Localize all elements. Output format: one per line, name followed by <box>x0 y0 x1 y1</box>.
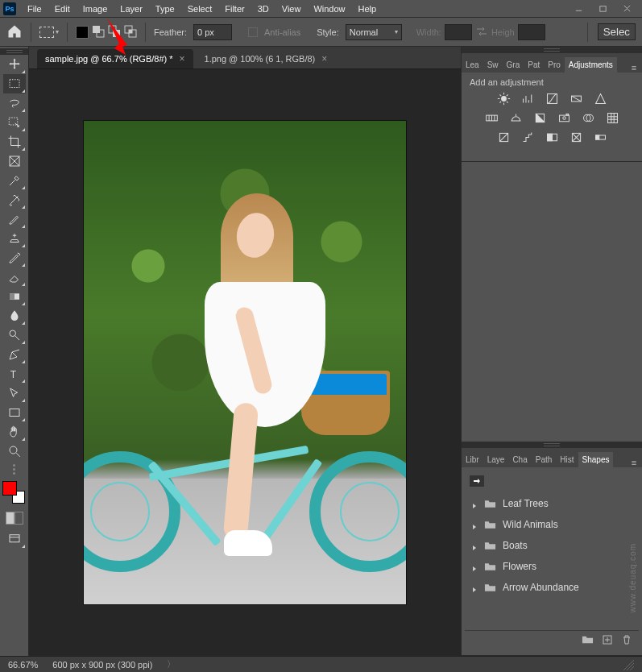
shape-folder[interactable]: Arrow Abundance <box>465 577 639 598</box>
threshold-icon[interactable] <box>545 131 559 146</box>
rectangle-tool[interactable] <box>3 403 26 422</box>
curves-icon[interactable] <box>545 92 559 107</box>
panel-tab[interactable]: Sw <box>483 57 503 73</box>
window-maximize[interactable] <box>590 2 615 15</box>
type-tool[interactable]: T <box>3 364 26 384</box>
hue-sat-icon[interactable] <box>485 111 499 127</box>
lasso-tool[interactable] <box>3 93 26 113</box>
eraser-tool[interactable] <box>3 268 26 287</box>
document-tab[interactable]: sample.jpg @ 66.7% (RGB/8#) * × <box>37 49 193 68</box>
new-selection-icon[interactable] <box>76 26 89 39</box>
menu-select[interactable]: Select <box>181 2 219 15</box>
panel-tab[interactable]: Laye <box>483 452 509 467</box>
exposure-icon[interactable] <box>570 92 583 107</box>
healing-brush-tool[interactable] <box>3 190 26 209</box>
hand-tool[interactable] <box>3 422 26 442</box>
close-tab-icon[interactable]: × <box>180 53 185 64</box>
menu-window[interactable]: Window <box>307 2 351 15</box>
frame-tool[interactable] <box>3 151 26 171</box>
panel-tab[interactable]: Cha <box>508 452 531 467</box>
black-white-icon[interactable] <box>533 111 547 127</box>
menu-3d[interactable]: 3D <box>251 2 275 15</box>
antialias-checkbox <box>248 27 258 37</box>
width-input <box>445 24 472 40</box>
screen-mode[interactable] <box>3 529 26 549</box>
panel-tab[interactable]: Gra <box>503 57 524 73</box>
shape-folder[interactable]: Flowers <box>465 556 639 577</box>
menu-layer[interactable]: Layer <box>114 2 149 15</box>
eyedropper-tool[interactable] <box>3 171 26 190</box>
marquee-tool[interactable] <box>3 74 26 93</box>
width-label: Width: <box>416 27 441 37</box>
color-swatches[interactable] <box>2 481 27 505</box>
clone-stamp-tool[interactable] <box>3 229 26 248</box>
menu-type[interactable]: Type <box>149 2 181 15</box>
color-lookup-icon[interactable] <box>606 111 619 127</box>
levels-icon[interactable] <box>521 92 535 107</box>
home-icon[interactable] <box>6 23 23 41</box>
photo-filter-icon[interactable] <box>557 111 571 127</box>
menu-filter[interactable]: Filter <box>218 2 251 15</box>
shape-folder-label: Wild Animals <box>503 519 558 530</box>
shape-preview[interactable] <box>470 475 484 487</box>
window-minimize[interactable] <box>566 2 590 15</box>
panel-tab[interactable]: Pro <box>544 57 565 73</box>
invert-icon[interactable] <box>497 131 511 146</box>
delete-icon[interactable] <box>621 634 632 647</box>
window-close[interactable] <box>615 2 639 15</box>
panel-tab-adjustments[interactable]: Adjustments <box>565 57 617 73</box>
vibrance-icon[interactable] <box>594 92 607 107</box>
zoom-tool[interactable] <box>3 442 26 461</box>
quick-mask-toggle[interactable] <box>6 512 23 525</box>
menu-help[interactable]: Help <box>352 2 383 15</box>
object-selection-tool[interactable] <box>3 113 26 132</box>
edit-toolbar[interactable] <box>13 461 15 479</box>
panel-tab[interactable]: Path <box>532 452 557 467</box>
gradient-map-icon[interactable] <box>594 131 607 146</box>
menu-edit[interactable]: Edit <box>48 2 77 15</box>
path-selection-tool[interactable] <box>3 384 26 403</box>
shape-folder[interactable]: Leaf Trees <box>465 493 639 514</box>
shape-folder[interactable]: Wild Animals <box>465 514 639 535</box>
posterize-icon[interactable] <box>521 131 535 146</box>
brush-tool[interactable] <box>3 209 26 229</box>
history-brush-tool[interactable] <box>3 248 26 268</box>
panel-tab[interactable]: Lea <box>462 57 483 73</box>
blur-tool[interactable] <box>3 306 26 326</box>
gradient-tool[interactable] <box>3 287 26 306</box>
selective-color-icon[interactable] <box>570 131 583 146</box>
move-tool[interactable] <box>3 55 26 74</box>
intersect-selection-icon[interactable] <box>124 25 137 39</box>
add-selection-icon[interactable] <box>92 25 105 39</box>
pen-tool[interactable] <box>3 345 26 364</box>
color-balance-icon[interactable] <box>509 111 523 127</box>
menu-view[interactable]: View <box>275 2 308 15</box>
panel-menu-icon[interactable]: ≡ <box>626 63 642 73</box>
select-and-mask-button[interactable]: Selec <box>598 23 636 40</box>
menu-file[interactable]: File <box>21 2 48 15</box>
new-shape-icon[interactable] <box>602 634 613 647</box>
svg-rect-54 <box>547 134 552 141</box>
new-group-icon[interactable] <box>582 634 594 647</box>
panel-tab[interactable]: Libr <box>462 452 483 467</box>
feather-label: Feather: <box>154 27 187 37</box>
panel-tab[interactable]: Pat <box>524 57 544 73</box>
close-tab-icon[interactable]: × <box>321 53 327 64</box>
dodge-tool[interactable] <box>3 326 26 345</box>
canvas[interactable] <box>29 69 461 656</box>
document-tab[interactable]: 1.png @ 100% (6 1, RGB/8) × <box>197 49 336 68</box>
zoom-level[interactable]: 66.67% <box>8 660 38 670</box>
style-select[interactable]: Normal▾ <box>346 24 402 40</box>
panel-tab-shapes[interactable]: Shapes <box>578 452 614 467</box>
resize-grip[interactable] <box>623 659 634 670</box>
menu-image[interactable]: Image <box>77 2 114 15</box>
marquee-preset[interactable]: ▾ <box>39 27 59 38</box>
panel-menu-icon[interactable]: ≡ <box>626 458 642 467</box>
crop-tool[interactable] <box>3 132 26 151</box>
channel-mixer-icon[interactable] <box>582 111 595 127</box>
panel-tab[interactable]: Hist <box>556 452 578 467</box>
shape-folder[interactable]: Boats <box>465 535 639 556</box>
feather-input[interactable] <box>193 24 232 40</box>
brightness-icon[interactable] <box>497 92 511 107</box>
subtract-selection-icon[interactable] <box>108 25 121 39</box>
